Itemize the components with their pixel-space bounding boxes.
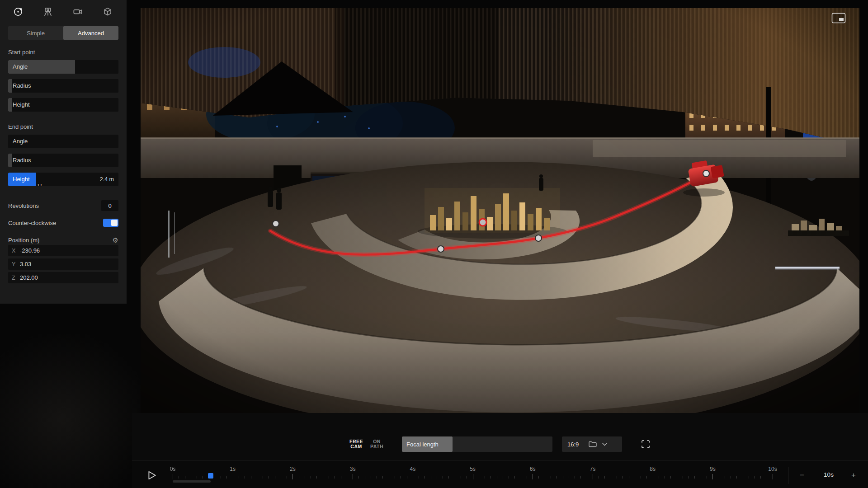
timeline: 0s1s2s3s4s5s6s7s8s9s10s − 10s + xyxy=(132,460,868,488)
end-height-value: 2.4 m xyxy=(100,173,114,186)
x-axis-value: -230.96 xyxy=(20,247,40,254)
camera-toolbar: FREECAM ONPATH Focal length 16:9 xyxy=(132,413,868,460)
counter-clockwise-label: Counter-clockwise xyxy=(8,220,56,226)
end-height-slider[interactable]: Height 2.4 m xyxy=(8,173,118,186)
z-axis-value: 202.00 xyxy=(20,274,38,281)
counter-clockwise-row: Counter-clockwise xyxy=(8,218,118,228)
start-radius-slider[interactable]: Radius xyxy=(8,79,118,93)
timeline-tick-label: 3s xyxy=(350,466,356,472)
timeline-divider xyxy=(788,467,788,484)
start-height-label: Height xyxy=(13,98,30,112)
application-window: Simple Advanced Start point Angle Radius… xyxy=(0,0,868,488)
vignette xyxy=(141,8,859,413)
end-radius-label: Radius xyxy=(13,154,31,167)
start-angle-label: Angle xyxy=(13,60,28,74)
position-x-field[interactable]: X -230.96 xyxy=(8,245,118,256)
tripod-camera-tool-icon[interactable] xyxy=(41,5,55,19)
timeline-tick-label: 6s xyxy=(530,466,536,472)
timeline-tick-label: 2s xyxy=(290,466,296,472)
focal-length-slider[interactable]: Focal length xyxy=(402,436,552,452)
play-button[interactable] xyxy=(147,470,157,480)
end-height-label: Height xyxy=(13,173,30,186)
timeline-tick xyxy=(413,474,413,479)
counter-clockwise-toggle[interactable] xyxy=(103,219,118,227)
timeline-tick xyxy=(712,474,713,479)
end-angle-label: Angle xyxy=(13,135,28,148)
timeline-tick-label: 5s xyxy=(470,466,476,472)
position-label: Position (m) xyxy=(8,237,39,244)
duration-value[interactable]: 10s xyxy=(813,471,844,478)
timeline-tick-label: 1s xyxy=(230,466,236,472)
y-axis-label: Y xyxy=(12,261,19,267)
focal-length-label: Focal length xyxy=(402,436,453,452)
timeline-tick-label: 9s xyxy=(710,466,716,472)
timeline-tick-label: 0s xyxy=(170,466,176,472)
slider-fill xyxy=(8,154,12,167)
mode-tabs: Simple Advanced xyxy=(8,26,118,40)
timeline-tick xyxy=(353,474,353,479)
timeline-tick xyxy=(773,474,773,479)
video-camera-tool-icon[interactable] xyxy=(71,5,85,19)
viewport-display-toggle-icon[interactable] xyxy=(831,13,846,23)
start-point-title: Start point xyxy=(8,49,118,56)
camera-path-tool-icon[interactable] xyxy=(11,5,25,19)
end-radius-slider[interactable]: Radius xyxy=(8,154,118,167)
on-path-button[interactable]: ONPATH xyxy=(370,436,383,452)
timeline-tick xyxy=(292,474,293,479)
on-path-label-2: PATH xyxy=(370,444,383,449)
end-point-title: End point xyxy=(8,123,118,130)
end-angle-slider[interactable]: Angle xyxy=(8,135,118,148)
revolutions-row: Revolutions 0 xyxy=(8,200,118,211)
slider-fill xyxy=(8,79,12,93)
timeline-tick-label: 7s xyxy=(590,466,596,472)
timeline-tick xyxy=(653,474,653,479)
tab-advanced[interactable]: Advanced xyxy=(63,26,118,40)
timeline-tick xyxy=(473,474,473,479)
playhead[interactable] xyxy=(208,473,213,479)
capture-frame-button[interactable] xyxy=(637,436,654,452)
aspect-ratio-value: 16:9 xyxy=(567,441,579,448)
tab-simple[interactable]: Simple xyxy=(8,26,63,40)
timeline-tick-label: 10s xyxy=(768,466,777,472)
slider-fill xyxy=(8,98,12,112)
revolutions-input[interactable]: 0 xyxy=(101,200,118,211)
timeline-tick xyxy=(593,474,593,479)
tool-icon-row xyxy=(0,0,127,23)
timeline-tick xyxy=(233,474,233,479)
viewport-3d[interactable] xyxy=(141,8,859,413)
start-angle-slider[interactable]: Angle xyxy=(8,60,118,74)
duration-increase-button[interactable]: + xyxy=(847,470,860,481)
position-y-field[interactable]: Y 3.03 xyxy=(8,258,118,270)
free-cam-label-2: CAM xyxy=(349,444,363,449)
aspect-ratio-dropdown[interactable]: 16:9 xyxy=(562,436,622,452)
z-axis-label: Z xyxy=(12,275,19,281)
position-z-field[interactable]: Z 202.00 xyxy=(8,272,118,283)
folder-icon xyxy=(589,441,597,447)
timeline-tick-label: 8s xyxy=(650,466,656,472)
x-axis-label: X xyxy=(12,248,19,254)
elapsed-bar xyxy=(173,480,211,483)
start-height-slider[interactable]: Height xyxy=(8,98,118,112)
scene-settings-tool-icon[interactable] xyxy=(100,5,115,19)
free-cam-button[interactable]: FREECAM xyxy=(349,436,363,452)
timeline-tick xyxy=(173,474,173,479)
toggle-knob xyxy=(111,220,118,226)
timeline-ruler[interactable]: 0s1s2s3s4s5s6s7s8s9s10s xyxy=(173,466,778,487)
camera-path-panel: Simple Advanced Start point Angle Radius… xyxy=(0,0,127,304)
gear-icon[interactable]: ⚙ xyxy=(113,237,118,244)
start-radius-label: Radius xyxy=(13,79,31,93)
duration-decrease-button[interactable]: − xyxy=(796,470,808,481)
y-axis-value: 3.03 xyxy=(20,261,31,267)
position-row: Position (m) ⚙ xyxy=(8,235,118,245)
revolutions-label: Revolutions xyxy=(8,202,39,209)
chevron-down-icon xyxy=(602,443,607,446)
timeline-tick xyxy=(533,474,533,479)
scene-render[interactable] xyxy=(141,8,859,413)
timeline-tick-label: 4s xyxy=(410,466,415,472)
